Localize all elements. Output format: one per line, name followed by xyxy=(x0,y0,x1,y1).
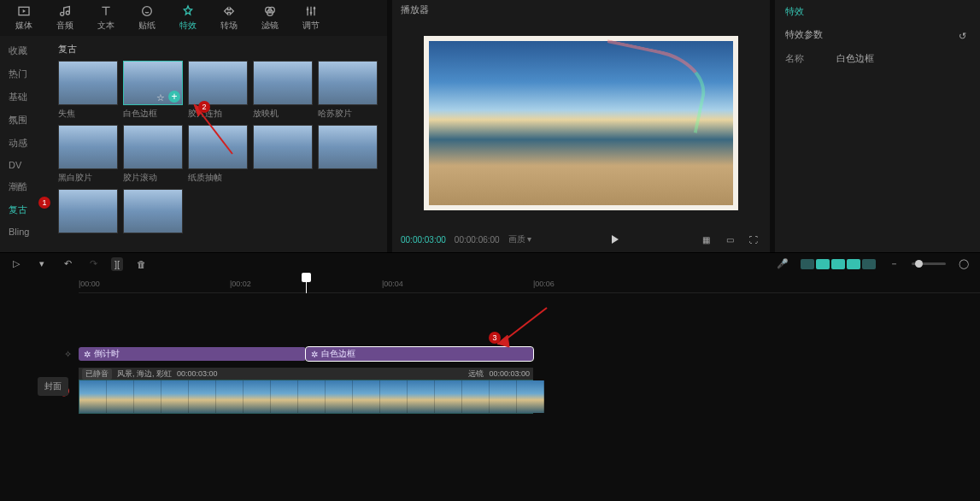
svg-point-8 xyxy=(310,12,313,15)
quality-dropdown[interactable]: 画质 ▾ xyxy=(508,233,532,245)
effect-item[interactable] xyxy=(123,189,183,236)
effect-item[interactable]: 放映机 xyxy=(253,61,313,120)
player-panel: 播放器 00:00:03:00 00:00:06:00 画质 ▾ ▦ ▭ ⛶ xyxy=(392,0,770,252)
tab-effect[interactable]: 特效 xyxy=(171,2,205,34)
time-current: 00:00:03:00 xyxy=(401,235,446,245)
delete-button[interactable]: 🗑 xyxy=(133,256,149,272)
ratio-icon[interactable]: ▭ xyxy=(722,232,737,247)
tab-filter[interactable]: 滤镜 xyxy=(253,2,287,34)
effect-item[interactable]: ☆+白色边框 xyxy=(123,61,183,120)
sidebar-item-retro[interactable]: 复古 xyxy=(0,198,51,221)
clip-dur: 00:00:03:00 xyxy=(177,369,218,378)
prop-name-label: 名称 xyxy=(785,52,836,65)
time-ruler[interactable]: |00:00 |00:02 |00:04 |00:06 xyxy=(79,274,980,293)
svg-point-9 xyxy=(314,7,316,9)
undo-button[interactable]: ↶ xyxy=(60,256,75,272)
top-tablist: 媒体 音频 文本 贴纸 特效 转场 滤镜 调节 xyxy=(0,0,387,36)
fx-clip[interactable]: ✲白色边框 xyxy=(306,347,533,361)
select-dropdown-icon[interactable]: ▾ xyxy=(34,256,50,272)
effect-item[interactable]: 失焦 xyxy=(58,61,118,120)
effect-item[interactable]: 胶片滚动 xyxy=(123,125,183,184)
zoom-out-icon[interactable]: － xyxy=(886,256,901,272)
reset-icon[interactable]: ↺ xyxy=(954,28,970,44)
ruler-tick: |00:06 xyxy=(533,280,555,288)
tab-media[interactable]: 媒体 xyxy=(7,2,41,34)
effects-grid-area: 复古 失焦 ☆+白色边框 胶片连拍 放映机 哈苏胶片 黑白胶片 胶片滚动 纸质抽… xyxy=(51,36,387,252)
effect-item[interactable] xyxy=(253,125,313,184)
video-track[interactable]: ▣ 🔇 封面 已静音 风景, 海边, 彩虹 00:00:03:00 远镜 00:… xyxy=(0,367,980,415)
add-icon[interactable]: + xyxy=(168,91,180,103)
fx-clip[interactable]: ✲倒计时 xyxy=(79,347,306,361)
tab-sticker[interactable]: 贴纸 xyxy=(130,2,164,34)
split-button[interactable]: ][ xyxy=(111,257,123,271)
props-section-header: 特效参数 xyxy=(785,28,823,44)
clip-desc: 风景, 海边, 彩虹 xyxy=(117,368,172,380)
fx-track-icon: ✧ xyxy=(64,349,72,360)
zoom-preset[interactable] xyxy=(816,259,830,269)
effects-sidebar: 收藏 热门 基础 氛围 动感 DV 潮酷 复古 Bling xyxy=(0,36,51,252)
player-title: 播放器 xyxy=(392,0,770,20)
sidebar-item-dv[interactable]: DV xyxy=(0,155,51,175)
prop-name-value: 白色边框 xyxy=(836,52,874,65)
sidebar-item-dynamic[interactable]: 动感 xyxy=(0,132,51,155)
sidebar-item-bling[interactable]: Bling xyxy=(0,221,51,242)
effect-item[interactable]: 哈苏胶片 xyxy=(318,61,378,120)
effect-item[interactable]: 黑白胶片 xyxy=(58,125,118,184)
mute-badge: 已静音 xyxy=(82,368,112,380)
tab-text[interactable]: 文本 xyxy=(89,2,123,34)
play-button[interactable] xyxy=(607,232,623,247)
zoom-preset[interactable] xyxy=(831,259,845,269)
tab-audio[interactable]: 音频 xyxy=(48,2,82,34)
sidebar-item-atmos[interactable]: 氛围 xyxy=(0,109,51,132)
ruler-tick: |00:04 xyxy=(382,280,403,288)
clip-trans: 远镜 xyxy=(468,368,484,380)
time-duration: 00:00:06:00 xyxy=(455,235,500,245)
mic-icon[interactable]: 🎤 xyxy=(775,256,790,272)
effect-item[interactable]: 胶片连拍 xyxy=(188,61,248,120)
sidebar-item-hot[interactable]: 热门 xyxy=(0,62,51,85)
fx-track[interactable]: ✧ ✲倒计时 ✲白色边框 xyxy=(0,345,980,363)
section-title: 复古 xyxy=(58,43,380,56)
gear-icon: ✲ xyxy=(84,350,91,359)
zoom-preset[interactable] xyxy=(847,259,860,269)
select-tool[interactable]: ▷ xyxy=(9,256,24,272)
timeline-tracks: ✧ ✲倒计时 ✲白色边框 ▣ 🔇 封面 已静音 风景, 海边, 彩虹 00:00… xyxy=(0,293,980,501)
filmstrip xyxy=(79,380,533,414)
effect-item[interactable] xyxy=(318,125,378,184)
gear-icon: ✲ xyxy=(311,350,318,359)
zoom-preset[interactable] xyxy=(862,259,876,269)
snapshot-icon[interactable]: ▦ xyxy=(698,232,713,247)
effect-item[interactable]: 纸质抽帧 xyxy=(188,125,248,184)
zoom-slider[interactable] xyxy=(912,262,946,265)
preview-area[interactable] xyxy=(392,20,770,227)
ruler-tick: |00:00 xyxy=(79,280,100,288)
preview-image xyxy=(424,36,738,210)
effect-item[interactable] xyxy=(58,189,118,236)
zoom-fit-icon[interactable]: ◯ xyxy=(956,256,971,272)
sidebar-item-fav[interactable]: 收藏 xyxy=(0,39,51,62)
svg-point-3 xyxy=(143,7,152,16)
video-clip[interactable]: 已静音 风景, 海边, 彩虹 00:00:03:00 远镜 00:00:03:0… xyxy=(79,368,533,414)
tab-adjust[interactable]: 调节 xyxy=(294,2,328,34)
ruler-tick: |00:02 xyxy=(230,280,251,288)
redo-button[interactable]: ↷ xyxy=(85,256,101,272)
props-tab-title: 特效 xyxy=(785,5,970,18)
properties-panel: 特效 特效参数 ↺ 名称 白色边框 xyxy=(775,0,980,252)
favorite-icon[interactable]: ☆ xyxy=(156,92,167,103)
timeline-toolbar: ▷ ▾ ↶ ↷ ][ 🗑 🎤 － ◯ xyxy=(0,252,980,274)
cover-button[interactable]: 封面 xyxy=(38,377,68,396)
clip-dur: 00:00:03:00 xyxy=(489,369,530,378)
tab-transition[interactable]: 转场 xyxy=(212,2,246,34)
fullscreen-icon[interactable]: ⛶ xyxy=(746,232,761,247)
zoom-preset[interactable] xyxy=(801,259,814,269)
sidebar-item-basic[interactable]: 基础 xyxy=(0,85,51,109)
track-zoom-toggle xyxy=(801,259,876,269)
effects-panel: 媒体 音频 文本 贴纸 特效 转场 滤镜 调节 收藏 热门 基础 氛围 动感 D… xyxy=(0,0,387,252)
sidebar-item-trend[interactable]: 潮酷 xyxy=(0,175,51,198)
svg-point-7 xyxy=(307,9,309,11)
